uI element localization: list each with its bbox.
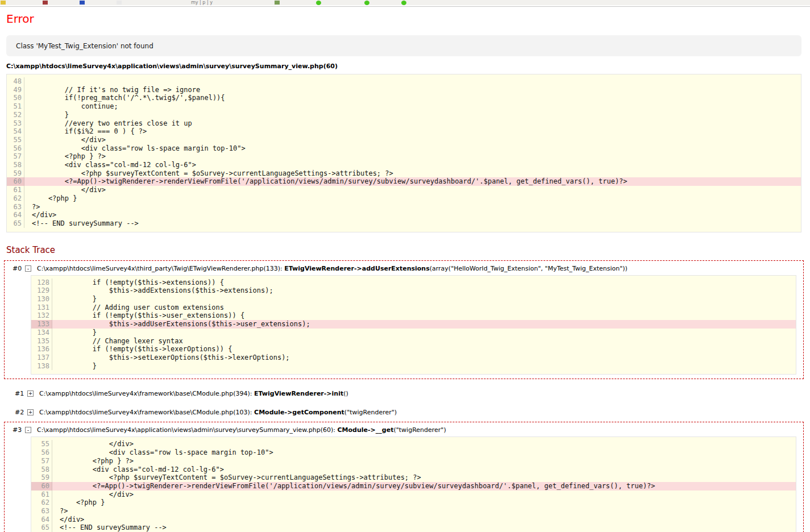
source-code: <div class="row ls-space margin top-10"> xyxy=(52,448,273,457)
source-code: if($i%2 === 0 ) { ?> xyxy=(24,127,147,136)
stack-frame-header-0: #0-C:\xampp\htdocs\limeSurvey4x\third_pa… xyxy=(7,261,801,273)
bookmark-favicon[interactable] xyxy=(364,1,369,5)
line-number: 57 xyxy=(7,152,24,161)
bookmark-favicon[interactable] xyxy=(43,1,48,5)
line-number: 60 xyxy=(31,482,52,491)
line-number: 61 xyxy=(7,186,24,194)
line-number: 128 xyxy=(31,279,52,287)
code-line-65: 65<!-- END surveySummary --> xyxy=(7,219,801,228)
source-code: <?php } xyxy=(52,498,105,507)
line-number: 50 xyxy=(7,94,24,102)
source-code: </div> xyxy=(24,136,106,144)
source-code: <div class="col-md-12 col-lg-6"> xyxy=(24,161,196,169)
frame-index: #2 xyxy=(15,409,27,417)
source-code: <?php } xyxy=(24,194,77,203)
line-number: 64 xyxy=(31,516,52,524)
source-code: <?php $surveyTextContent = $oSurvey->cur… xyxy=(24,169,393,178)
frame-location: C:\xampp\htdocs\limeSurvey4x\framework\b… xyxy=(39,390,348,398)
source-code: if (!empty($this->user_extensions)) { xyxy=(52,311,244,320)
line-number: 55 xyxy=(7,136,24,144)
code-line-52: 52 } xyxy=(7,111,801,119)
code-line-136: 136 if (!empty($this->lexerOptions)) { xyxy=(31,345,796,354)
line-number: 134 xyxy=(31,329,52,337)
bookmark-favicon[interactable] xyxy=(275,1,280,5)
code-line-59: 59 <?php $surveyTextContent = $oSurvey->… xyxy=(7,169,801,178)
line-number: 58 xyxy=(31,466,52,474)
line-number: 62 xyxy=(31,498,52,507)
frame-index: #3 xyxy=(13,426,25,434)
source-code: <?php $surveyTextContent = $oSurvey->cur… xyxy=(52,473,421,482)
source-code: <?php } ?> xyxy=(24,152,106,161)
stack-frame-box-0: #0-C:\xampp\htdocs\limeSurvey4x\third_pa… xyxy=(4,260,804,380)
source-code: $this->addUserExtensions($this->user_ext… xyxy=(52,320,310,329)
source-code: </div> xyxy=(52,440,134,448)
frame-call: ETwigViewRenderer->addUserExtensions xyxy=(284,265,429,272)
line-number: 59 xyxy=(31,473,52,482)
code-line-61: 61 </div> xyxy=(31,491,796,499)
line-number: 64 xyxy=(7,211,24,219)
code-line-132: 132 if (!empty($this->user_extensions)) … xyxy=(31,311,796,320)
line-number: 54 xyxy=(7,127,24,136)
line-number: 55 xyxy=(31,440,52,448)
source-code: </div> xyxy=(52,491,134,499)
code-line-56: 56 <div class="row ls-space margin top-1… xyxy=(7,144,801,153)
line-number: 48 xyxy=(7,77,24,86)
code-line-63: 63?> xyxy=(31,507,796,516)
line-number: 58 xyxy=(7,161,24,169)
stack-frame-header-1: #1+C:\xampp\htdocs\limeSurvey4x\framewor… xyxy=(6,386,801,398)
stack-trace-title: Stack Trace xyxy=(6,245,801,255)
stack-frame-header-3: #3-C:\xampp\htdocs\limeSurvey4x\applicat… xyxy=(7,422,801,434)
code-line-58: 58 <div class="col-md-12 col-lg-6"> xyxy=(31,466,796,474)
stack-frame-box-3: #3-C:\xampp\htdocs\limeSurvey4x\applicat… xyxy=(4,422,804,532)
frame-call: ETwigViewRenderer->init xyxy=(254,390,343,397)
source-code: $this->setLexerOptions($this->lexerOptio… xyxy=(52,354,290,362)
line-number: 56 xyxy=(31,448,52,457)
bookmark-label-fragment[interactable]: my | p | y xyxy=(191,0,213,5)
code-line-57: 57 <?php } ?> xyxy=(7,152,801,161)
browser-chrome-border xyxy=(0,6,810,7)
code-line-60: 60 <?=App()->twigRenderer->renderViewFro… xyxy=(31,482,796,491)
collapse-toggle-icon[interactable]: - xyxy=(25,427,31,433)
line-number: 138 xyxy=(31,362,52,371)
browser-strip: my | p | y xyxy=(0,0,810,5)
collapse-toggle-icon[interactable]: - xyxy=(25,265,31,272)
frame-index: #1 xyxy=(15,390,27,398)
source-code: <?php } ?> xyxy=(52,457,134,466)
source-code: if (!empty($this->lexerOptions)) { xyxy=(52,345,232,354)
code-line-59: 59 <?php $surveyTextContent = $oSurvey->… xyxy=(31,473,796,482)
code-line-61: 61 </div> xyxy=(7,186,801,194)
line-number: 63 xyxy=(31,507,52,516)
source-code: if (!empty($this->extensions)) { xyxy=(52,279,224,287)
expand-toggle-icon[interactable]: + xyxy=(27,390,34,397)
bookmark-favicon[interactable] xyxy=(401,1,406,5)
code-line-54: 54 if($i%2 === 0 ) { ?> xyxy=(7,127,801,136)
bookmark-favicon[interactable] xyxy=(80,1,85,5)
bookmark-favicon[interactable] xyxy=(117,1,122,5)
source-code: if(!preg_match('/^.*\.twig$/',$panel)){ xyxy=(24,94,225,102)
stack-trace-list: #0-C:\xampp\htdocs\limeSurvey4x\third_pa… xyxy=(6,260,801,532)
expand-toggle-icon[interactable]: + xyxy=(27,409,34,415)
code-line-56: 56 <div class="row ls-space margin top-1… xyxy=(31,448,796,457)
source-code: <!-- END surveySummary --> xyxy=(24,219,139,228)
code-line-138: 138 } xyxy=(31,362,796,371)
line-number: 49 xyxy=(7,86,24,94)
code-line-129: 129 $this->addExtensions($this->extensio… xyxy=(31,286,796,295)
frame-location: C:\xampp\htdocs\limeSurvey4x\framework\b… xyxy=(39,409,397,417)
code-line-130: 130 } xyxy=(31,295,796,304)
source-code: } xyxy=(52,329,97,337)
line-number: 135 xyxy=(31,337,52,346)
frame-location: C:\xampp\htdocs\limeSurvey4x\third_party… xyxy=(37,265,628,273)
bookmark-favicon[interactable] xyxy=(316,1,321,5)
code-line-55: 55 </div> xyxy=(31,440,796,448)
source-code: </div> xyxy=(24,211,56,219)
line-number: 53 xyxy=(7,119,24,128)
source-code: //every two entries close it up xyxy=(24,119,192,128)
code-line-55: 55 </div> xyxy=(7,136,801,144)
code-line-63: 63?> xyxy=(7,203,801,211)
code-line-64: 64</div> xyxy=(7,211,801,219)
frame-call: CModule->getComponent xyxy=(254,409,344,416)
frame-code-block-3: 55 </div>56 <div class="row ls-space mar… xyxy=(31,437,796,532)
bookmark-favicon[interactable] xyxy=(1,1,6,5)
source-code: // Adding user custom extensions xyxy=(52,304,224,312)
frame-code-block-0: 128 if (!empty($this->extensions)) {129 … xyxy=(31,275,796,375)
